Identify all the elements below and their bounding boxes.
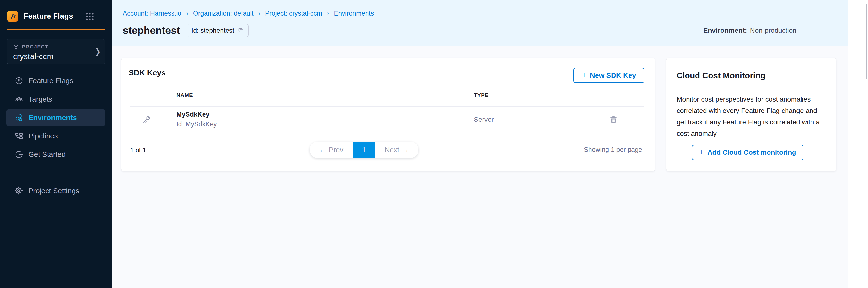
copy-icon[interactable] (238, 27, 244, 34)
breadcrumb: Account: Harness.io › Organization: defa… (123, 10, 374, 17)
breadcrumb-account[interactable]: Account: Harness.io (123, 10, 182, 17)
pagination-prev-button[interactable]: ← Prev (310, 141, 353, 158)
project-label: PROJECT (22, 44, 49, 50)
environment-type-label: Environment: (703, 27, 747, 34)
module-grid-icon[interactable] (85, 12, 94, 21)
sdk-key-id: Id: MySdkKey (176, 121, 217, 128)
brand-accent-divider (7, 29, 105, 30)
app-logo-row: Feature Flags (7, 10, 104, 23)
cloud-cost-panel: Cloud Cost Monitoring Monitor cost persp… (666, 58, 836, 171)
sidebar-item-targets[interactable]: Targets (0, 90, 112, 108)
scrollbar-thumb[interactable] (866, 4, 867, 79)
sdk-key-name: MySdkKey (176, 111, 210, 118)
sdk-key-type: Server (474, 116, 494, 123)
sidebar-item-project-settings[interactable]: Project Settings (0, 182, 112, 200)
page-title: stephentest (123, 25, 180, 36)
harness-feature-flags-logo-icon (7, 11, 18, 22)
arrow-right-icon: → (402, 146, 409, 154)
table-divider (130, 133, 644, 133)
environment-type: Environment: Non-production (703, 27, 797, 34)
pipelines-icon (14, 132, 23, 140)
pagination-next-button[interactable]: Next → (375, 141, 419, 158)
sidebar-nav: Feature Flags Targets Environments (0, 71, 112, 164)
add-cloud-cost-button[interactable]: + Add Cloud Cost monitoring (692, 145, 803, 160)
table-row: MySdkKey Id: MySdkKey Server (121, 106, 655, 133)
chevron-right-icon: ❯ (95, 47, 101, 56)
flag-circle-icon (14, 76, 23, 85)
environment-id-text: Id: stephentest (191, 27, 234, 34)
cloud-cost-description: Monitor cost perspectives for cost anoma… (677, 94, 826, 139)
delete-sdk-key-icon[interactable] (609, 115, 618, 124)
breadcrumb-chevron-icon: › (327, 10, 329, 17)
column-header-name: NAME (176, 92, 193, 98)
key-icon (142, 116, 151, 124)
sidebar-item-get-started[interactable]: Get Started (0, 145, 112, 164)
plus-icon: + (699, 148, 704, 156)
pagination-summary: 1 of 1 (130, 147, 146, 154)
environment-type-value: Non-production (750, 27, 796, 34)
app-title: Feature Flags (24, 12, 73, 21)
project-cube-icon (13, 44, 19, 50)
breadcrumb-project[interactable]: Project: crystal-ccm (265, 10, 322, 17)
plus-icon: + (582, 71, 587, 79)
right-gutter (848, 0, 868, 288)
environments-hexagons-icon (14, 113, 23, 122)
sidebar-item-environments[interactable]: Environments (6, 109, 105, 126)
sdk-keys-panel: SDK Keys + New SDK Key NAME TYPE MySdkKe… (121, 58, 655, 171)
project-selector[interactable]: PROJECT crystal-ccm ❯ (6, 39, 105, 64)
pagination-page-1-button[interactable]: 1 (353, 141, 375, 158)
breadcrumb-chevron-icon: › (258, 10, 260, 17)
cloud-cost-title: Cloud Cost Monitoring (677, 71, 765, 80)
main-area: Account: Harness.io › Organization: defa… (112, 0, 848, 288)
environment-id-badge: Id: stephentest (187, 24, 249, 37)
gear-icon (14, 186, 23, 195)
project-name: crystal-ccm (13, 52, 54, 61)
sidebar-item-pipelines[interactable]: Pipelines (0, 127, 112, 145)
page-header: Account: Harness.io › Organization: defa… (112, 0, 848, 46)
breadcrumb-chevron-icon: › (186, 10, 188, 17)
breadcrumb-environments[interactable]: Environments (334, 10, 374, 17)
sidebar-item-feature-flags[interactable]: Feature Flags (0, 71, 112, 90)
content-area: SDK Keys + New SDK Key NAME TYPE MySdkKe… (112, 46, 848, 288)
column-header-type: TYPE (474, 92, 489, 98)
new-sdk-key-button[interactable]: + New SDK Key (574, 68, 644, 83)
pagination: ← Prev 1 Next → (310, 141, 418, 158)
pagination-page-size: Showing 1 per page (584, 146, 642, 154)
sidebar: Feature Flags PROJECT crystal-ccm ❯ (0, 0, 112, 288)
breadcrumb-organization[interactable]: Organization: default (193, 10, 253, 17)
get-started-icon (14, 150, 23, 159)
targets-people-icon (14, 95, 23, 103)
sdk-keys-title: SDK Keys (129, 68, 166, 77)
sidebar-divider (7, 174, 105, 174)
arrow-left-icon: ← (319, 146, 326, 154)
